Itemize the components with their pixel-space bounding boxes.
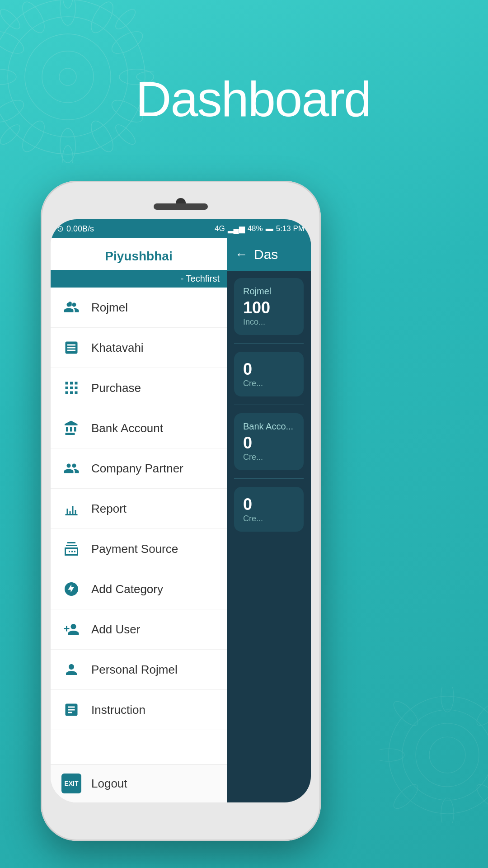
svg-point-26 <box>74 712 76 715</box>
svg-point-37 <box>380 749 404 761</box>
phone-speaker <box>154 203 208 210</box>
network-icon: 4G <box>215 224 225 233</box>
logout-button[interactable]: EXIT Logout <box>51 764 227 802</box>
card-rojmel: Rojmel 100 Inco... <box>234 278 304 335</box>
grid-icon <box>61 378 81 398</box>
mandala-decoration-bottom <box>380 687 488 823</box>
card-bank-acc-value: 0 <box>243 434 295 453</box>
battery-icon: ▬ <box>266 224 273 233</box>
status-left: ⊙ 0.00B/s <box>57 224 94 234</box>
svg-point-27 <box>389 696 488 814</box>
divider-2 <box>234 405 304 405</box>
category-icon <box>61 579 81 599</box>
person-icon <box>61 660 81 679</box>
svg-point-2 <box>25 34 111 120</box>
signal-icon: ▂▄▆ <box>228 224 245 234</box>
logout-label: Logout <box>91 777 127 791</box>
screen-content: Piyushbhai - Techfirst Rojmel <box>51 238 311 802</box>
svg-point-15 <box>0 27 27 58</box>
drawer-label-report: Report <box>91 502 127 516</box>
drawer-item-company-partner[interactable]: Company Partner <box>51 448 227 489</box>
card-credit-value: 0 <box>243 360 295 379</box>
card-bank-acc: Bank Acco... 0 Cre... <box>234 413 304 470</box>
partner-icon <box>61 458 81 478</box>
svg-point-5 <box>60 0 75 25</box>
time-display: 5:13 PM <box>276 224 305 233</box>
card-credit: 0 Cre... <box>234 352 304 396</box>
phone-device: ⊙ 0.00B/s 4G ▂▄▆ 48% ▬ 5:13 PM Piyushbha… <box>41 181 321 841</box>
drawer-item-report[interactable]: Report <box>51 489 227 529</box>
back-arrow-icon[interactable]: ← <box>235 247 248 262</box>
card-credit2: 0 Cre... <box>234 487 304 532</box>
svg-point-6 <box>87 0 117 36</box>
svg-point-4 <box>59 68 76 85</box>
main-content: ← Das Rojmel 100 Inco... 0 Cre... <box>227 238 311 802</box>
drawer-item-payment-source[interactable]: Payment Source <box>51 529 227 569</box>
card-credit2-subtitle: Cre... <box>243 514 295 524</box>
exit-icon: EXIT <box>61 774 81 793</box>
divider-3 <box>234 478 304 479</box>
svg-point-30 <box>429 737 465 773</box>
card-bank-acc-subtitle: Cre... <box>243 453 295 462</box>
svg-point-22 <box>0 122 23 147</box>
add-user-icon <box>61 619 81 639</box>
drawer-items: Rojmel Khatavahi <box>51 288 227 764</box>
svg-point-12 <box>18 118 49 155</box>
drawer-item-add-category[interactable]: Add Category <box>51 569 227 609</box>
drawer-item-purchase[interactable]: Purchase <box>51 368 227 408</box>
svg-point-7 <box>108 27 146 58</box>
drawer-label-bank-account: Bank Account <box>91 421 163 435</box>
drawer-item-add-user[interactable]: Add User <box>51 609 227 650</box>
page-title: Dashboard <box>136 70 474 127</box>
drawer-item-instruction[interactable]: Instruction <box>51 690 227 730</box>
bank-icon <box>61 418 81 438</box>
card-credit-subtitle: Cre... <box>243 379 295 388</box>
drawer-item-rojmel[interactable]: Rojmel <box>51 288 227 328</box>
chart-icon <box>61 499 81 519</box>
drawer-item-khatavahi[interactable]: Khatavahi <box>51 328 227 368</box>
instruction-icon <box>61 700 81 720</box>
drawer-item-bank-account[interactable]: Bank Account <box>51 408 227 448</box>
card-bank-acc-title: Bank Acco... <box>243 421 295 432</box>
svg-point-24 <box>0 6 23 32</box>
card-rojmel-title: Rojmel <box>243 286 295 297</box>
drawer-label-payment-source: Payment Source <box>91 542 178 556</box>
card-credit2-value: 0 <box>243 495 295 514</box>
drawer-item-personal-rojmel[interactable]: Personal Rojmel <box>51 650 227 690</box>
svg-point-17 <box>63 0 73 8</box>
svg-point-0 <box>0 0 145 154</box>
svg-point-29 <box>416 723 479 787</box>
svg-point-31 <box>441 687 454 712</box>
svg-point-35 <box>441 798 454 823</box>
main-topbar: ← Das <box>227 238 311 271</box>
status-right: 4G ▂▄▆ 48% ▬ 5:13 PM <box>215 224 305 234</box>
nav-drawer: Piyushbhai - Techfirst Rojmel <box>51 238 227 802</box>
svg-point-16 <box>18 0 49 36</box>
mandala-decoration-top <box>0 0 154 163</box>
drawer-label-personal-rojmel: Personal Rojmel <box>91 663 178 677</box>
main-body: Rojmel 100 Inco... 0 Cre... Bank Acco...… <box>227 271 311 802</box>
ledger-icon <box>61 338 81 358</box>
svg-point-3 <box>42 51 94 103</box>
svg-point-20 <box>113 122 138 147</box>
drawer-label-rojmel: Rojmel <box>91 301 128 315</box>
status-speed: 0.00B/s <box>66 224 94 234</box>
svg-point-1 <box>8 17 128 137</box>
drawer-company-bar: - Techfirst <box>51 270 227 288</box>
svg-point-18 <box>113 6 138 32</box>
svg-point-10 <box>87 118 117 155</box>
divider-1 <box>234 343 304 344</box>
payment-icon <box>61 539 81 559</box>
drawer-header: Piyushbhai <box>51 238 227 270</box>
drawer-label-add-category: Add Category <box>91 582 163 596</box>
users-icon <box>61 297 81 317</box>
svg-point-13 <box>0 96 27 127</box>
battery-text: 48% <box>248 224 263 233</box>
drawer-username: Piyushbhai <box>60 249 218 264</box>
card-rojmel-value: 100 <box>243 298 295 317</box>
drawer-label-khatavahi: Khatavahi <box>91 341 144 355</box>
card-rojmel-subtitle: Inco... <box>243 317 295 327</box>
drawer-label-company-partner: Company Partner <box>91 462 183 476</box>
drawer-label-purchase: Purchase <box>91 381 141 395</box>
drawer-label-instruction: Instruction <box>91 703 145 717</box>
